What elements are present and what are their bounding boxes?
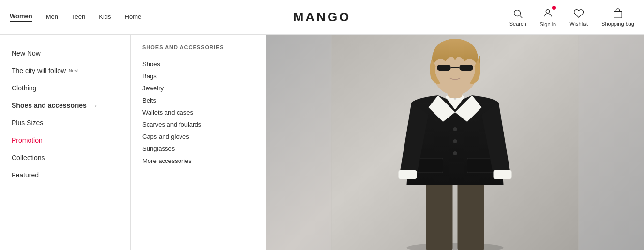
heart-icon: [573, 8, 584, 19]
svg-rect-13: [467, 158, 494, 173]
sidebar-item-shoes[interactable]: Shoes and accessories →: [12, 97, 119, 114]
svg-rect-3: [614, 11, 622, 18]
nav-women[interactable]: Women: [10, 13, 32, 22]
sidebar-item-plus[interactable]: Plus Sizes: [12, 114, 119, 132]
submenu-scarves[interactable]: Scarves and foulards: [142, 118, 254, 131]
header: Women Men Teen Kids Home MANGO Search Si…: [0, 0, 644, 35]
logo[interactable]: MANGO: [293, 10, 351, 25]
svg-point-9: [453, 127, 457, 131]
submenu-sunglasses[interactable]: Sunglasses: [142, 143, 254, 155]
sidebar-item-featured[interactable]: Featured: [12, 166, 119, 184]
fashion-image-panel: [266, 35, 644, 250]
submenu-shoes[interactable]: Shoes: [142, 58, 254, 70]
svg-point-11: [453, 151, 457, 155]
submenu-belts[interactable]: Belts: [142, 94, 254, 106]
bag-label: Shopping bag: [601, 21, 634, 27]
fashion-image: [266, 35, 644, 250]
signin-button[interactable]: Sign in: [540, 8, 556, 27]
svg-rect-14: [399, 170, 417, 179]
sidebar-item-promotion[interactable]: Promotion: [12, 132, 119, 149]
search-label: Search: [509, 21, 526, 27]
svg-rect-12: [417, 158, 443, 173]
sidebar-item-collections[interactable]: Collections: [12, 149, 119, 166]
submenu-title: SHOES AND ACCESSORIES: [142, 44, 254, 50]
svg-rect-8: [458, 177, 484, 250]
fashion-figure-svg: [266, 35, 644, 250]
search-button[interactable]: Search: [509, 8, 526, 27]
signin-label: Sign in: [540, 21, 556, 27]
submenu-wallets[interactable]: Wallets and cases: [142, 106, 254, 118]
svg-rect-7: [426, 177, 453, 250]
sidebar: New Now The city will followNew! Clothin…: [0, 35, 131, 250]
sidebar-item-new-now[interactable]: New Now: [12, 44, 119, 62]
submenu-panel: SHOES AND ACCESSORIES Shoes Bags Jewelry…: [131, 35, 266, 250]
nav-teen[interactable]: Teen: [72, 13, 85, 21]
svg-line-1: [520, 15, 522, 18]
svg-rect-18: [437, 65, 451, 71]
svg-rect-15: [494, 170, 512, 179]
user-icon: [542, 8, 553, 18]
nav-kids[interactable]: Kids: [99, 13, 111, 21]
svg-rect-20: [451, 67, 460, 68]
submenu-caps[interactable]: Caps and gloves: [142, 131, 254, 143]
header-actions: Search Sign in Wishlist Shopping b: [509, 8, 634, 27]
submenu-bags[interactable]: Bags: [142, 70, 254, 82]
shopping-bag-button[interactable]: Shopping bag: [601, 8, 634, 27]
main-content: New Now The city will followNew! Clothin…: [0, 35, 644, 250]
svg-point-10: [453, 139, 457, 143]
search-icon: [512, 8, 523, 19]
wishlist-label: Wishlist: [569, 21, 588, 27]
sidebar-item-city[interactable]: The city will followNew!: [12, 62, 119, 79]
submenu-jewelry[interactable]: Jewelry: [142, 82, 254, 94]
svg-rect-19: [460, 65, 473, 71]
main-nav: Women Men Teen Kids Home: [10, 13, 141, 22]
nav-men[interactable]: Men: [46, 13, 58, 21]
arrow-icon: →: [91, 102, 98, 109]
svg-point-0: [514, 10, 521, 16]
submenu-more[interactable]: More accessories: [142, 155, 254, 167]
nav-home[interactable]: Home: [125, 13, 142, 21]
notification-badge: [552, 6, 556, 10]
wishlist-button[interactable]: Wishlist: [569, 8, 588, 27]
sidebar-item-clothing[interactable]: Clothing: [12, 79, 119, 97]
new-badge: New!: [69, 68, 79, 73]
image-background: [266, 35, 644, 250]
svg-point-2: [546, 9, 550, 13]
bag-icon: [613, 8, 623, 19]
